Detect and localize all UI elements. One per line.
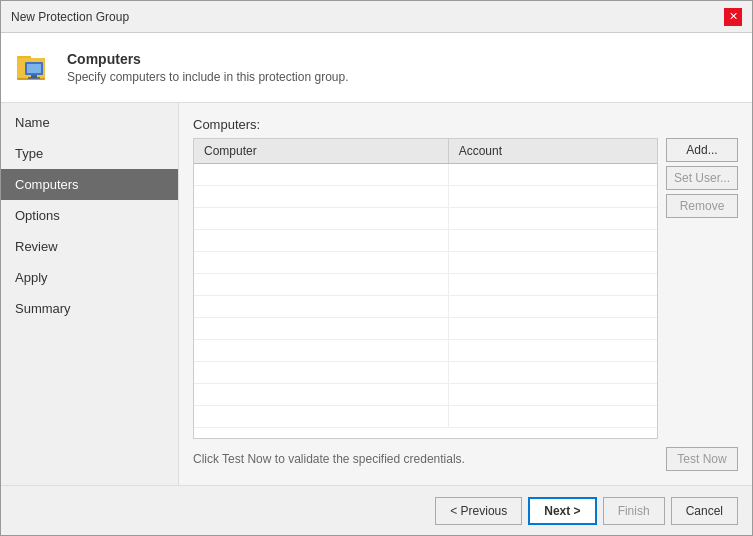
close-button[interactable]: ✕: [724, 8, 742, 26]
table-row: [194, 186, 657, 208]
sidebar-item-options[interactable]: Options: [1, 200, 178, 231]
table-row: [194, 384, 657, 406]
cancel-button[interactable]: Cancel: [671, 497, 738, 525]
table-row: [194, 252, 657, 274]
table-row: [194, 362, 657, 384]
table-row: [194, 340, 657, 362]
test-now-button[interactable]: Test Now: [666, 447, 738, 471]
header-subtitle: Specify computers to include in this pro…: [67, 70, 348, 84]
table-row: [194, 164, 657, 186]
sidebar-item-type[interactable]: Type: [1, 138, 178, 169]
col-account: Account: [449, 139, 657, 163]
sidebar-item-review[interactable]: Review: [1, 231, 178, 262]
sidebar: Name Type Computers Options Review Apply…: [1, 103, 179, 485]
table-row: [194, 296, 657, 318]
table-row: [194, 274, 657, 296]
header-text: Computers Specify computers to include i…: [67, 51, 348, 84]
table-row: [194, 208, 657, 230]
svg-rect-4: [27, 64, 41, 73]
table-row: [194, 406, 657, 428]
table-row: [194, 230, 657, 252]
sidebar-item-apply[interactable]: Apply: [1, 262, 178, 293]
header-title: Computers: [67, 51, 348, 67]
finish-button[interactable]: Finish: [603, 497, 665, 525]
table-header: Computer Account: [194, 139, 657, 164]
sidebar-item-name[interactable]: Name: [1, 107, 178, 138]
validate-text: Click Test Now to validate the specified…: [193, 452, 465, 466]
remove-button[interactable]: Remove: [666, 194, 738, 218]
header-section: Computers Specify computers to include i…: [1, 33, 752, 103]
footer: < Previous Next > Finish Cancel: [1, 485, 752, 535]
col-computer: Computer: [194, 139, 449, 163]
table-row: [194, 318, 657, 340]
computers-body: Computer Account: [193, 138, 738, 439]
side-buttons: Add... Set User... Remove: [666, 138, 738, 439]
header-icon: [15, 48, 55, 88]
sidebar-item-summary[interactable]: Summary: [1, 293, 178, 324]
table-rows: [194, 164, 657, 438]
previous-button[interactable]: < Previous: [435, 497, 522, 525]
validate-section: Click Test Now to validate the specified…: [193, 439, 738, 475]
computers-label: Computers:: [193, 117, 738, 132]
next-button[interactable]: Next >: [528, 497, 596, 525]
set-user-button[interactable]: Set User...: [666, 166, 738, 190]
content-area: Name Type Computers Options Review Apply…: [1, 103, 752, 485]
sidebar-item-computers[interactable]: Computers: [1, 169, 178, 200]
dialog: New Protection Group ✕ Computers Specify…: [0, 0, 753, 536]
computers-table: Computer Account: [193, 138, 658, 439]
main-panel: Computers: Computer Account: [179, 103, 752, 485]
title-bar: New Protection Group ✕: [1, 1, 752, 33]
dialog-title: New Protection Group: [11, 10, 129, 24]
add-button[interactable]: Add...: [666, 138, 738, 162]
